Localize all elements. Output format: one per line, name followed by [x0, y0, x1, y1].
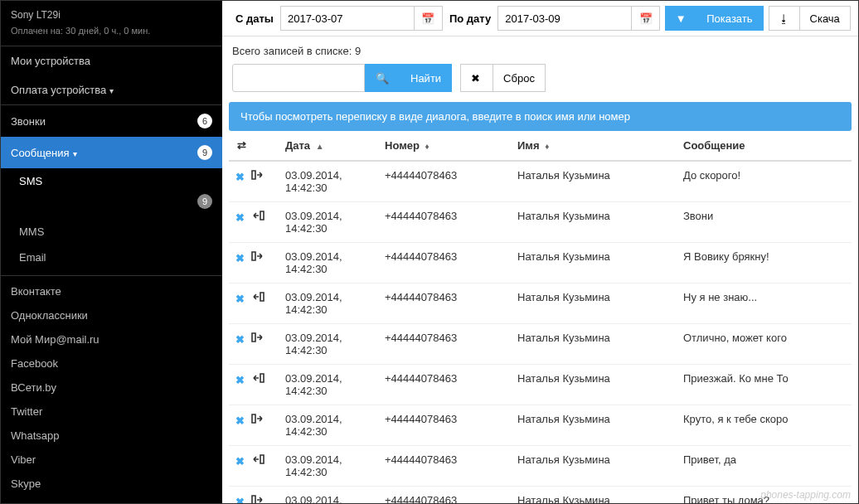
- nav-pay-devices[interactable]: Оплата устройства▾: [1, 75, 222, 104]
- nav-my-devices-label: Мои устройства: [11, 55, 90, 67]
- sidebar-social-item[interactable]: Twitter: [1, 400, 222, 424]
- delete-row-button[interactable]: ✖: [235, 496, 245, 503]
- sms-badge: 9: [197, 194, 212, 209]
- download-icon: ⭳: [779, 12, 789, 25]
- download-icon-button[interactable]: ⭳: [769, 6, 800, 31]
- cell-msg: Привет ты дома?: [677, 487, 852, 504]
- col-date[interactable]: Дата ▲: [279, 131, 378, 161]
- outgoing-icon: [251, 171, 264, 183]
- sidebar-social-item[interactable]: Мой Мир@mail.ru: [1, 327, 222, 351]
- to-calendar-button[interactable]: 📅: [632, 6, 660, 31]
- delete-row-button[interactable]: ✖: [235, 414, 245, 427]
- info-bar: Чтобы посмотреть переписку в виде диалог…: [229, 102, 852, 131]
- sidebar-social-item[interactable]: Skype: [1, 472, 222, 496]
- cell-msg: Приезжай. Ко мне То: [677, 365, 852, 405]
- to-date-label: По дату: [443, 12, 497, 25]
- outgoing-icon: [251, 414, 264, 427]
- nav-pay-devices-label: Оплата устройства: [11, 84, 106, 96]
- find-button[interactable]: Найти: [400, 64, 452, 92]
- cell-number: +44444078463: [378, 161, 511, 202]
- sort-asc-icon: ▲: [316, 142, 324, 151]
- cell-name: Наталья Кузьмина: [511, 324, 677, 365]
- delete-row-button[interactable]: ✖: [235, 211, 245, 224]
- paid-status: Оплачен на: 30 дней, 0 ч., 0 мин.: [1, 26, 222, 46]
- sidebar-social-item[interactable]: Viber: [1, 448, 222, 472]
- search-button[interactable]: 🔍: [365, 64, 400, 92]
- from-date-label: С даты: [229, 12, 280, 25]
- cell-number: +44444078463: [378, 446, 511, 487]
- cell-date: 03.09.2014, 14:42:30: [279, 324, 378, 365]
- nav-my-devices[interactable]: Мои устройства: [1, 46, 222, 75]
- outgoing-icon: [251, 496, 264, 503]
- delete-row-button[interactable]: ✖: [235, 374, 245, 386]
- cell-msg: Круто, я к тебе скоро: [677, 405, 852, 446]
- nav-sms[interactable]: SMS: [1, 168, 222, 194]
- cell-msg: Я Вовику брякну!: [677, 243, 852, 284]
- table-row: ✖03.09.2014, 14:42:30+44444078463Наталья…: [229, 284, 852, 324]
- sidebar-social-item[interactable]: Вконтакте: [1, 279, 222, 303]
- delete-row-button[interactable]: ✖: [235, 252, 245, 264]
- sidebar-social-item[interactable]: Whatsapp: [1, 424, 222, 448]
- refresh-icon[interactable]: ⇄: [235, 139, 247, 152]
- cell-date: 03.09.2014, 14:42:30: [279, 202, 378, 243]
- clear-button[interactable]: ✖: [460, 64, 493, 92]
- sort-icon: ♦: [545, 142, 549, 151]
- sidebar-social-item[interactable]: Facebook: [1, 351, 222, 376]
- cell-number: +44444078463: [378, 243, 511, 284]
- nav-mms[interactable]: MMS: [1, 219, 222, 245]
- table-row: ✖03.09.2014, 14:42:30+44444078463Наталья…: [229, 324, 852, 365]
- delete-row-button[interactable]: ✖: [235, 455, 245, 468]
- filter-icon: ▼: [676, 12, 687, 25]
- main-content: С даты 📅 По дату 📅 ▼ Показать ⭳ Скача Вс…: [222, 1, 858, 503]
- table-row: ✖03.09.2014, 14:42:30+44444078463Наталья…: [229, 202, 852, 243]
- table-row: ✖03.09.2014, 14:42:30+44444078463Наталья…: [229, 365, 852, 405]
- calendar-icon: 📅: [639, 12, 653, 25]
- reset-button[interactable]: Сброс: [493, 64, 546, 92]
- incoming-icon: [251, 374, 264, 386]
- cell-name: Наталья Кузьмина: [511, 487, 677, 504]
- cell-name: Наталья Кузьмина: [511, 284, 677, 324]
- delete-row-button[interactable]: ✖: [235, 171, 245, 183]
- cell-date: 03.09.2014, 14:42:30: [279, 405, 378, 446]
- delete-row-button[interactable]: ✖: [235, 293, 245, 305]
- cell-number: +44444078463: [378, 202, 511, 243]
- cell-date: 03.09.2014, 14:42:30: [279, 487, 378, 504]
- caret-down-icon: ▾: [109, 86, 114, 95]
- close-icon: ✖: [471, 72, 480, 85]
- col-name[interactable]: Имя ♦: [511, 131, 677, 161]
- from-date-input[interactable]: [280, 6, 415, 31]
- search-icon: 🔍: [376, 72, 389, 85]
- sidebar-social-item[interactable]: ВСети.by: [1, 376, 222, 400]
- calendar-icon: 📅: [421, 12, 434, 25]
- nav-mms-label: MMS: [19, 225, 44, 238]
- table-row: ✖03.09.2014, 14:42:30+44444078463Наталья…: [229, 161, 852, 202]
- cell-name: Наталья Кузьмина: [511, 243, 677, 284]
- cell-msg: Отлично, может кого: [677, 324, 852, 365]
- download-button[interactable]: Скача: [799, 6, 851, 31]
- nav-calls[interactable]: Звонки 6: [1, 105, 222, 137]
- nav-email[interactable]: Email: [1, 245, 222, 270]
- col-number[interactable]: Номер ♦: [378, 131, 511, 161]
- to-date-input[interactable]: [497, 6, 632, 31]
- nav-email-label: Email: [19, 251, 46, 264]
- sidebar-social-item[interactable]: ICQ: [1, 496, 222, 503]
- outgoing-icon: [251, 333, 264, 346]
- delete-row-button[interactable]: ✖: [235, 333, 245, 346]
- outgoing-icon: [251, 252, 264, 264]
- incoming-icon: [251, 211, 264, 224]
- calls-badge: 6: [197, 114, 212, 128]
- sidebar: Sony LT29i Оплачен на: 30 дней, 0 ч., 0 …: [1, 1, 222, 503]
- cell-number: +44444078463: [378, 405, 511, 446]
- cell-name: Наталья Кузьмина: [511, 365, 677, 405]
- messages-table: ⇄ Дата ▲ Номер ♦ Имя ♦ Сообщение ✖03.09.…: [229, 131, 852, 503]
- nav-messages[interactable]: Сообщения▾ 9: [1, 137, 222, 168]
- search-input[interactable]: [232, 64, 365, 92]
- cell-msg: До скорого!: [677, 161, 852, 202]
- show-button[interactable]: Показать: [696, 6, 763, 31]
- sidebar-social-item[interactable]: Одноклассники: [1, 303, 222, 327]
- filter-button[interactable]: ▼: [665, 6, 696, 31]
- nav-messages-label: Сообщения: [11, 147, 70, 159]
- search-row: Всего записей в списке: 9 🔍 Найти ✖ Сбро…: [222, 36, 858, 99]
- table-row: ✖03.09.2014, 14:42:30+44444078463Наталья…: [229, 243, 852, 284]
- from-calendar-button[interactable]: 📅: [415, 6, 443, 31]
